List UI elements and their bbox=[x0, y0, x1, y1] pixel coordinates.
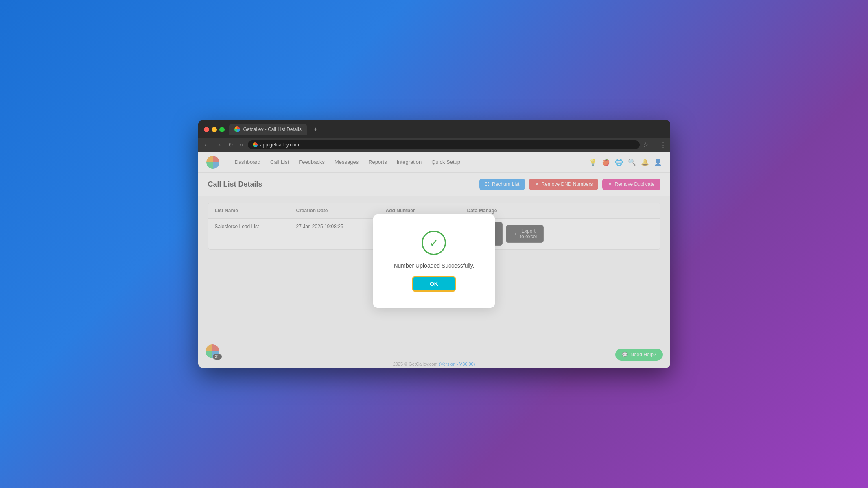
browser-titlebar: Getcalley - Call List Details + bbox=[204, 124, 665, 135]
home-button[interactable]: ○ bbox=[238, 141, 245, 149]
success-modal: ✓ Number Uploaded Successfully. OK bbox=[373, 214, 494, 308]
refresh-button[interactable]: ↻ bbox=[227, 141, 235, 149]
success-icon: ✓ bbox=[422, 231, 446, 255]
tab-favicon-icon bbox=[234, 126, 240, 132]
maximize-button[interactable] bbox=[219, 127, 225, 132]
tab-title: Getcalley - Call List Details bbox=[243, 126, 302, 132]
bookmark-icon[interactable]: ☆ bbox=[643, 141, 648, 148]
browser-toolbar: ← → ↻ ○ app.getcalley.com ☆ ⎯ ⋮ bbox=[198, 138, 670, 152]
close-button[interactable] bbox=[204, 127, 209, 132]
browser-chrome: Getcalley - Call List Details + ← → ↻ ○ … bbox=[198, 120, 670, 152]
address-favicon-icon bbox=[253, 142, 258, 147]
extensions-icon[interactable]: ⎯ bbox=[652, 142, 656, 148]
browser-tab[interactable]: Getcalley - Call List Details bbox=[229, 124, 307, 135]
address-bar[interactable]: app.getcalley.com bbox=[248, 140, 640, 149]
toolbar-icons: ☆ ⎯ ⋮ bbox=[643, 141, 666, 148]
new-tab-button[interactable]: + bbox=[314, 126, 317, 133]
traffic-lights bbox=[204, 127, 225, 132]
modal-overlay: ✓ Number Uploaded Successfully. OK bbox=[198, 152, 670, 368]
modal-message: Number Uploaded Successfully. bbox=[394, 262, 474, 269]
back-button[interactable]: ← bbox=[202, 141, 211, 149]
app-content: Dashboard Call List Feedbacks Messages R… bbox=[198, 152, 670, 368]
checkmark-icon: ✓ bbox=[429, 236, 439, 250]
forward-button[interactable]: → bbox=[214, 141, 223, 149]
address-text: app.getcalley.com bbox=[260, 142, 299, 148]
minimize-button[interactable] bbox=[212, 127, 217, 132]
browser-window: Getcalley - Call List Details + ← → ↻ ○ … bbox=[198, 120, 670, 368]
menu-icon[interactable]: ⋮ bbox=[660, 141, 666, 148]
ok-button[interactable]: OK bbox=[412, 276, 456, 292]
